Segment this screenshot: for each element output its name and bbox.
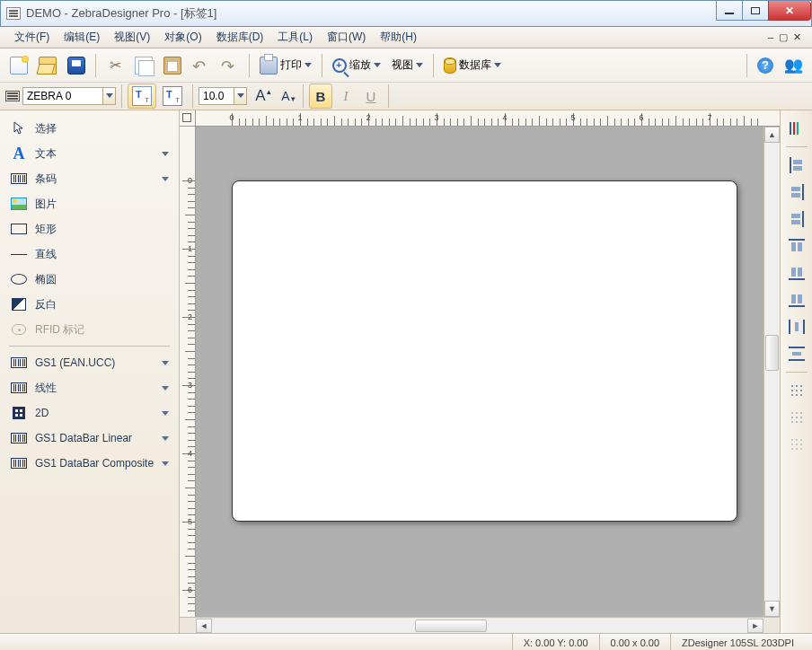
status-bar: X: 0.00 Y: 0.00 0.00 x 0.00 ZDesigner 10… [0, 633, 812, 650]
align-bottom-button[interactable] [785, 289, 808, 311]
main-area: 选择 A 文本 条码 图片 矩形 直线 椭圆 反白 [0, 110, 812, 633]
scroll-left-button[interactable]: ◄ [196, 619, 212, 633]
tool-label: 2D [35, 407, 49, 419]
mdi-close-button[interactable]: ✕ [793, 31, 801, 43]
tool-gs1-composite[interactable]: GS1 DataBar Composite [4, 451, 175, 476]
alignment-toolbar [780, 110, 812, 633]
expand-icon [162, 177, 169, 181]
guides-toggle-button[interactable] [785, 434, 808, 455]
tool-label: 反白 [35, 297, 57, 312]
distribute-h-button[interactable] [785, 316, 808, 338]
font-name-input[interactable] [22, 87, 103, 105]
undo-button[interactable] [188, 53, 215, 78]
view-button[interactable]: 视图 [387, 53, 428, 78]
vertical-ruler[interactable]: 0123456 [180, 127, 196, 617]
scroll-thumb[interactable] [765, 335, 779, 371]
tool-linear[interactable]: 线性 [4, 375, 175, 400]
tool-line[interactable]: 直线 [4, 242, 175, 267]
tool-invert[interactable]: 反白 [4, 292, 175, 317]
scroll-up-button[interactable]: ▲ [764, 127, 780, 143]
grid-toggle-button[interactable] [785, 380, 808, 401]
paste-button[interactable] [159, 53, 186, 78]
ruler-origin[interactable] [180, 110, 196, 127]
open-button[interactable] [34, 53, 61, 78]
dropdown-icon [374, 63, 381, 68]
new-button[interactable] [5, 53, 32, 78]
tool-rectangle[interactable]: 矩形 [4, 216, 175, 242]
vertical-scrollbar[interactable]: ▲ ▼ [763, 127, 780, 617]
mdi-restore-button[interactable]: ▢ [779, 31, 788, 43]
help-button[interactable] [753, 53, 778, 78]
close-button[interactable]: ✕ [768, 1, 811, 21]
redo-button[interactable] [216, 53, 243, 78]
scroll-track[interactable] [764, 143, 780, 601]
scroll-right-button[interactable]: ► [747, 619, 763, 633]
tool-ellipse[interactable]: 椭圆 [4, 267, 175, 292]
mdi-minimize-button[interactable]: – [768, 31, 773, 43]
snap-toggle-button[interactable] [785, 407, 808, 428]
horizontal-ruler[interactable]: 012345678 [196, 110, 763, 127]
font-selector[interactable] [5, 87, 116, 105]
tool-gs1[interactable]: GS1 (EAN.UCC) [4, 350, 175, 375]
italic-button[interactable]: I [334, 83, 357, 109]
menu-view[interactable]: 视图(V) [107, 27, 157, 48]
menu-database[interactable]: 数据库(D) [209, 27, 271, 48]
menu-object[interactable]: 对象(O) [157, 27, 208, 48]
dropdown-icon [494, 63, 501, 68]
align-right-button[interactable] [785, 208, 808, 230]
tool-text[interactable]: A 文本 [4, 141, 175, 166]
decrease-size-button[interactable] [274, 83, 297, 109]
color-bars-button[interactable] [785, 118, 808, 139]
design-viewport[interactable] [196, 127, 763, 617]
tool-barcode[interactable]: 条码 [4, 166, 175, 191]
menu-help[interactable]: 帮助(H) [373, 27, 424, 48]
tool-gs1-linear[interactable]: GS1 DataBar Linear [4, 426, 175, 451]
print-button[interactable]: 打印 [255, 53, 316, 78]
font-size-input[interactable] [199, 87, 234, 105]
menu-edit[interactable]: 编辑(E) [57, 27, 107, 48]
bold-button[interactable]: B [309, 83, 332, 109]
tool-select[interactable]: 选择 [4, 116, 175, 141]
font-dropdown-icon[interactable] [103, 87, 116, 105]
underline-button[interactable]: U [359, 83, 383, 109]
horizontal-scrollbar[interactable]: ◄ ► [180, 617, 780, 633]
copy-button[interactable] [130, 53, 157, 78]
status-printer: ZDesigner 105SL 203DPI [670, 634, 805, 650]
menu-file[interactable]: 文件(F) [7, 27, 57, 48]
tool-label: 椭圆 [35, 272, 57, 287]
toolbox-panel: 选择 A 文本 条码 图片 矩形 直线 椭圆 反白 [0, 110, 180, 633]
scroll-track[interactable] [212, 619, 747, 633]
cut-button[interactable] [102, 53, 128, 78]
tool-label: GS1 DataBar Linear [35, 432, 132, 444]
distribute-v-button[interactable] [785, 343, 808, 365]
align-top-button[interactable] [785, 235, 808, 257]
save-button[interactable] [63, 53, 90, 78]
users-button[interactable] [780, 53, 807, 78]
toolbox-separator [9, 346, 170, 347]
align-left-button[interactable] [785, 154, 808, 176]
menu-window[interactable]: 窗口(W) [320, 27, 373, 48]
align-center-h-button[interactable] [785, 181, 808, 203]
increase-size-button[interactable] [249, 83, 272, 109]
tool-2d[interactable]: 2D [4, 400, 175, 426]
maximize-button[interactable] [742, 1, 769, 21]
minimize-button[interactable] [716, 1, 743, 21]
toolbar-separator [322, 54, 322, 77]
barcode-icon [10, 381, 28, 395]
tool-image[interactable]: 图片 [4, 191, 175, 216]
align-middle-button[interactable] [785, 262, 808, 284]
label-canvas[interactable] [232, 180, 737, 522]
database-button[interactable]: 数据库 [439, 53, 506, 78]
size-dropdown-icon[interactable] [234, 87, 247, 105]
menu-tools[interactable]: 工具(L) [270, 27, 320, 48]
tool-label: 选择 [35, 121, 57, 136]
scroll-down-button[interactable]: ▼ [764, 601, 780, 617]
text-mode-button[interactable] [128, 83, 156, 109]
printer-font-button[interactable] [158, 83, 187, 109]
barcode-icon [10, 356, 28, 370]
image-icon [10, 197, 28, 211]
zoom-button[interactable]: +缩放 [328, 53, 385, 78]
scroll-thumb[interactable] [415, 619, 487, 632]
print-label: 打印 [280, 57, 302, 73]
format-toolbar: B I U [0, 83, 812, 110]
